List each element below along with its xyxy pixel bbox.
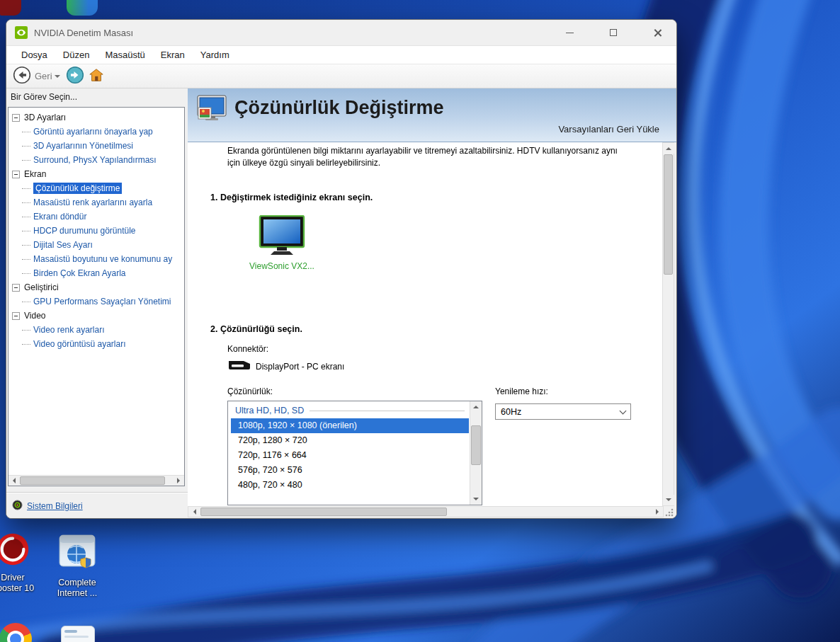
collapse-icon[interactable] [12,171,20,178]
tree-item-surround-physx[interactable]: Surround, PhysX Yapılandırması [8,153,184,167]
display-name[interactable]: ViewSonic VX2... [246,261,317,271]
scroll-right-arrow[interactable] [174,476,184,486]
tree-horizontal-scrollbar[interactable] [8,475,184,486]
resolution-option-576p[interactable]: 576p, 720 × 576 [228,463,469,478]
sidebar-separator [6,492,188,493]
menu-duzen[interactable]: Düzen [55,46,98,64]
scroll-down-arrow[interactable] [470,494,482,505]
partial-desktop-icon-red[interactable] [0,0,21,16]
tree-item-cozunurluk-degistirme[interactable]: Çözünürlük değiştirme [8,181,184,195]
main-panel: Çözünürlük Değiştirme Varsayılanları Ger… [188,88,676,518]
close-button[interactable] [648,23,666,42]
display-option[interactable] [258,215,306,256]
tree-item-3d-ayarlari[interactable]: 3D Ayarları [8,110,184,125]
resolution-group-header: Ultra HD, HD, SD [235,406,465,415]
back-label[interactable]: Geri [35,71,52,81]
back-dropdown-caret[interactable] [55,75,60,81]
desktop-icon-label: Driver [0,573,45,583]
scrollbar-thumb[interactable] [20,476,165,485]
tree-item-masaustu-renk[interactable]: Masaüstü renk ayarlarını ayarla [8,195,184,210]
system-info-icon [12,500,23,512]
resize-grip[interactable] [662,507,674,517]
dropdown-button[interactable] [616,406,629,418]
scrollbar-thumb[interactable] [200,508,447,516]
list-vertical-scrollbar[interactable] [470,401,482,505]
group-rule [310,411,465,411]
tree-item-video-goruntu[interactable]: Video görüntüsü ayarları [8,337,184,351]
collapse-icon[interactable] [12,114,20,122]
tree-connector [22,217,30,217]
scroll-down-arrow[interactable] [663,495,674,505]
tree-item-masaustu-boyut[interactable]: Masaüstü boyutunu ve konumunu ay [8,252,184,266]
scrollbar-thumb[interactable] [471,425,481,465]
desktop-icon-label: Internet ... [45,588,109,599]
maximize-button[interactable] [604,23,623,42]
tree-item-3d-yonetim[interactable]: 3D Ayarlarının Yönetilmesi [8,139,184,153]
menu-masaustu[interactable]: Masaüstü [97,46,152,64]
tree-item-video[interactable]: Video [8,309,184,323]
scroll-up-arrow[interactable] [470,401,482,412]
maximize-icon [610,29,617,36]
desktop-icon-label: Complete [45,578,109,588]
titlebar[interactable]: NVIDIA Denetim Masası [6,20,676,45]
resolution-label: Çözünürlük: [227,386,273,396]
forward-button[interactable] [66,66,84,87]
scrollbar-thumb[interactable] [664,154,673,275]
menu-ekran[interactable]: Ekran [153,46,193,64]
resolution-list[interactable]: Ultra HD, HD, SD 1080p, 1920 × 1080 (öne… [227,401,482,505]
scroll-up-arrow[interactable] [663,143,674,154]
window-controls [560,20,666,45]
description-line-2: için ülkeye özgü sinyali belirleyebilirs… [227,157,618,169]
tree-item-dijital-ses[interactable]: Dijital Ses Ayarı [8,238,184,252]
partial-desktop-icon-blue[interactable] [67,0,98,16]
resolution-option-480p[interactable]: 480p, 720 × 480 [228,478,469,493]
main-vertical-scrollbar[interactable] [662,142,674,506]
system-info-link[interactable]: Sistem Bilgileri [12,500,83,512]
tree-item-goruntu-onayar[interactable]: Görüntü ayarlarını önayarla yap [8,125,184,139]
tree-item-video-renk[interactable]: Video renk ayarları [8,323,184,337]
driver-booster-icon [0,533,45,568]
refresh-rate-value: 60Hz [501,407,521,417]
scroll-left-arrow[interactable] [8,476,19,486]
connector-value: DisplayPort - PC ekranı [256,362,344,372]
select-task-label: Bir Görev Seçin... [11,92,77,102]
menu-dosya[interactable]: Dosya [13,46,55,64]
home-icon[interactable] [89,67,104,86]
tree-item-ekran[interactable]: Ekran [8,167,184,181]
window-title: NVIDIA Denetim Masası [34,28,133,38]
collapse-icon[interactable] [12,312,20,320]
tree-item-gpu-performans[interactable]: GPU Performans Sayaçları Yönetimi [8,294,184,309]
selected-tree-item: Çözünürlük değiştirme [33,183,122,194]
back-button[interactable] [13,66,31,87]
resolution-option-720p-1176[interactable]: 720p, 1176 × 664 [228,448,469,463]
tree-connector [22,259,30,260]
resolution-option-1080p[interactable]: 1080p, 1920 × 1080 (önerilen) [231,418,469,433]
minimize-button[interactable] [560,23,579,42]
restore-defaults-button[interactable]: Varsayılanları Geri Yükle [558,124,659,134]
page-header: Çözünürlük Değiştirme Varsayılanları Ger… [188,88,676,142]
icon-detail [64,630,77,633]
tree-item-gelistirici[interactable]: Geliştirici [8,280,184,294]
tree-connector [22,302,30,302]
menubar: Dosya Düzen Masaüstü Ekran Yardım [6,45,676,64]
main-horizontal-scrollbar[interactable] [188,506,664,517]
toolbar: Geri [6,64,676,88]
chrome-icon-dot [10,634,21,642]
desktop-icon-complete-internet[interactable]: Complete Internet ... [45,531,109,599]
collapse-icon[interactable] [12,284,20,292]
refresh-rate-select[interactable]: 60Hz [495,403,631,420]
resolution-option-720p-1280[interactable]: 720p, 1280 × 720 [228,433,469,448]
tree-item-hdcp[interactable]: HDCP durumunu görüntüle [8,224,184,238]
connector-label: Konnektör: [227,344,268,354]
tree-item-ekrani-dondur[interactable]: Ekranı döndür [8,210,184,224]
scroll-right-arrow[interactable] [652,507,663,517]
desktop-icon-driver-booster[interactable]: Driver Booster 10 [0,533,45,594]
tree-item-birden-cok-ekran[interactable]: Birden Çok Ekran Ayarla [8,266,184,280]
app-window-icon-partial[interactable] [61,626,95,642]
system-info-label: Sistem Bilgileri [27,501,83,511]
window-body: Bir Görev Seçin... 3D Ayarları Görüntü a… [6,88,676,518]
menu-yardim[interactable]: Yardım [193,46,237,64]
chevron-down-icon [619,407,626,414]
desktop-icon-label: Booster 10 [0,583,45,594]
scroll-left-arrow[interactable] [188,507,200,517]
